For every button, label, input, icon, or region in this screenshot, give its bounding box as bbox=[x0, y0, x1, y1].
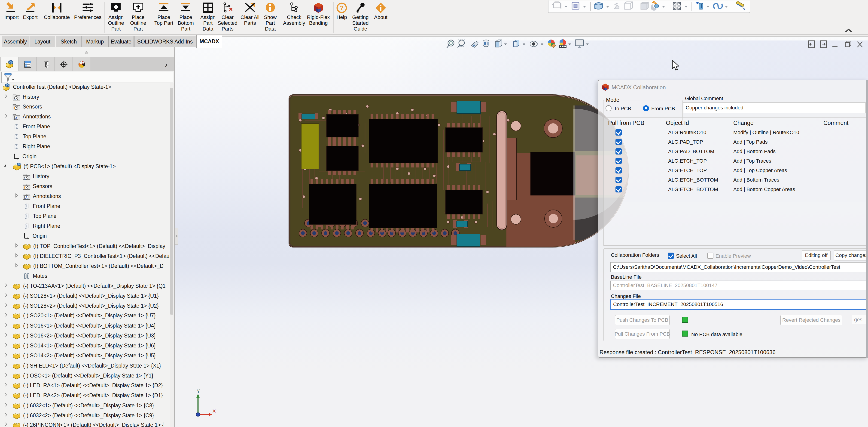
svg-text:X: X bbox=[213, 408, 216, 414]
svg-text:Y: Y bbox=[197, 389, 200, 394]
